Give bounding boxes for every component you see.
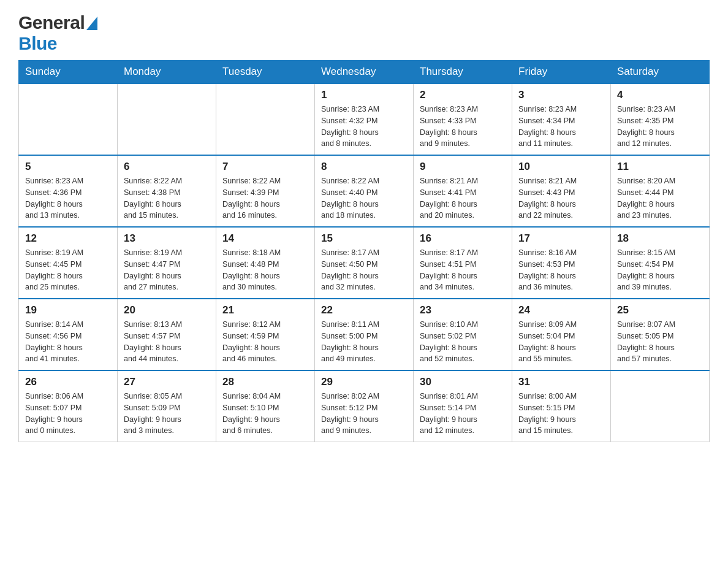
day-cell: 10Sunrise: 8:21 AMSunset: 4:43 PMDayligh… [512,155,611,227]
day-number: 23 [420,304,506,316]
day-cell: 11Sunrise: 8:20 AMSunset: 4:44 PMDayligh… [611,155,710,227]
col-thursday: Thursday [414,61,512,84]
day-number: 22 [321,304,407,316]
day-cell [216,83,315,155]
day-cell: 12Sunrise: 8:19 AMSunset: 4:45 PMDayligh… [19,227,118,299]
day-info: Sunrise: 8:19 AMSunset: 4:47 PMDaylight:… [124,247,210,293]
day-info: Sunrise: 8:23 AMSunset: 4:34 PMDaylight:… [518,104,604,150]
day-cell: 22Sunrise: 8:11 AMSunset: 5:00 PMDayligh… [315,299,414,370]
day-info: Sunrise: 8:00 AMSunset: 5:15 PMDaylight:… [518,391,604,437]
day-info: Sunrise: 8:04 AMSunset: 5:10 PMDaylight:… [222,391,308,437]
day-cell: 31Sunrise: 8:00 AMSunset: 5:15 PMDayligh… [512,370,611,442]
day-number: 2 [420,89,506,101]
day-number: 29 [321,376,407,388]
day-info: Sunrise: 8:01 AMSunset: 5:14 PMDaylight:… [420,391,506,437]
day-info: Sunrise: 8:16 AMSunset: 4:53 PMDaylight:… [518,247,604,293]
day-cell: 25Sunrise: 8:07 AMSunset: 5:05 PMDayligh… [611,299,710,370]
day-info: Sunrise: 8:22 AMSunset: 4:38 PMDaylight:… [124,175,210,221]
day-info: Sunrise: 8:20 AMSunset: 4:44 PMDaylight:… [617,175,703,221]
day-number: 25 [617,304,703,316]
logo: General Blue [18,12,97,54]
day-cell: 3Sunrise: 8:23 AMSunset: 4:34 PMDaylight… [512,83,611,155]
day-cell: 5Sunrise: 8:23 AMSunset: 4:36 PMDaylight… [19,155,118,227]
day-info: Sunrise: 8:17 AMSunset: 4:50 PMDaylight:… [321,247,407,293]
day-cell: 8Sunrise: 8:22 AMSunset: 4:40 PMDaylight… [315,155,414,227]
day-info: Sunrise: 8:05 AMSunset: 5:09 PMDaylight:… [124,391,210,437]
day-info: Sunrise: 8:23 AMSunset: 4:32 PMDaylight:… [321,104,407,150]
day-cell: 16Sunrise: 8:17 AMSunset: 4:51 PMDayligh… [414,227,512,299]
day-info: Sunrise: 8:12 AMSunset: 4:59 PMDaylight:… [222,319,308,365]
week-row-3: 12Sunrise: 8:19 AMSunset: 4:45 PMDayligh… [19,227,710,299]
page-header: General Blue [18,12,710,54]
calendar-table: Sunday Monday Tuesday Wednesday Thursday… [18,60,710,442]
day-number: 4 [617,89,703,101]
header-row: Sunday Monday Tuesday Wednesday Thursday… [19,61,710,84]
day-cell: 6Sunrise: 8:22 AMSunset: 4:38 PMDaylight… [118,155,216,227]
day-info: Sunrise: 8:23 AMSunset: 4:33 PMDaylight:… [420,104,506,150]
day-info: Sunrise: 8:18 AMSunset: 4:48 PMDaylight:… [222,247,308,293]
day-info: Sunrise: 8:11 AMSunset: 5:00 PMDaylight:… [321,319,407,365]
day-info: Sunrise: 8:22 AMSunset: 4:39 PMDaylight:… [222,175,308,221]
day-number: 12 [25,232,111,245]
day-info: Sunrise: 8:22 AMSunset: 4:40 PMDaylight:… [321,175,407,221]
day-number: 27 [124,376,210,388]
day-info: Sunrise: 8:07 AMSunset: 5:05 PMDaylight:… [617,319,703,365]
logo-triangle-icon [86,17,97,30]
day-info: Sunrise: 8:19 AMSunset: 4:45 PMDaylight:… [25,247,111,293]
day-number: 5 [25,161,111,173]
day-cell: 18Sunrise: 8:15 AMSunset: 4:54 PMDayligh… [611,227,710,299]
day-cell: 9Sunrise: 8:21 AMSunset: 4:41 PMDaylight… [414,155,512,227]
day-cell: 14Sunrise: 8:18 AMSunset: 4:48 PMDayligh… [216,227,315,299]
week-row-2: 5Sunrise: 8:23 AMSunset: 4:36 PMDaylight… [19,155,710,227]
day-info: Sunrise: 8:09 AMSunset: 5:04 PMDaylight:… [518,319,604,365]
day-number: 1 [321,89,407,101]
day-cell [19,83,118,155]
day-cell [611,370,710,442]
day-cell: 28Sunrise: 8:04 AMSunset: 5:10 PMDayligh… [216,370,315,442]
day-info: Sunrise: 8:10 AMSunset: 5:02 PMDaylight:… [420,319,506,365]
day-number: 3 [518,89,604,101]
day-cell: 7Sunrise: 8:22 AMSunset: 4:39 PMDaylight… [216,155,315,227]
day-number: 15 [321,232,407,245]
day-number: 18 [617,232,703,245]
day-number: 21 [222,304,308,316]
day-cell: 21Sunrise: 8:12 AMSunset: 4:59 PMDayligh… [216,299,315,370]
day-number: 30 [420,376,506,388]
day-number: 31 [518,376,604,388]
day-info: Sunrise: 8:17 AMSunset: 4:51 PMDaylight:… [420,247,506,293]
col-friday: Friday [512,61,611,84]
day-cell: 24Sunrise: 8:09 AMSunset: 5:04 PMDayligh… [512,299,611,370]
day-number: 8 [321,161,407,173]
day-number: 13 [124,232,210,245]
day-cell: 30Sunrise: 8:01 AMSunset: 5:14 PMDayligh… [414,370,512,442]
day-number: 9 [420,161,506,173]
day-info: Sunrise: 8:21 AMSunset: 4:43 PMDaylight:… [518,175,604,221]
day-info: Sunrise: 8:15 AMSunset: 4:54 PMDaylight:… [617,247,703,293]
day-cell: 4Sunrise: 8:23 AMSunset: 4:35 PMDaylight… [611,83,710,155]
day-cell: 26Sunrise: 8:06 AMSunset: 5:07 PMDayligh… [19,370,118,442]
day-cell: 1Sunrise: 8:23 AMSunset: 4:32 PMDaylight… [315,83,414,155]
day-info: Sunrise: 8:13 AMSunset: 4:57 PMDaylight:… [124,319,210,365]
day-info: Sunrise: 8:23 AMSunset: 4:35 PMDaylight:… [617,104,703,150]
day-number: 17 [518,232,604,245]
day-cell: 23Sunrise: 8:10 AMSunset: 5:02 PMDayligh… [414,299,512,370]
col-monday: Monday [118,61,216,84]
day-number: 10 [518,161,604,173]
week-row-1: 1Sunrise: 8:23 AMSunset: 4:32 PMDaylight… [19,83,710,155]
col-wednesday: Wednesday [315,61,414,84]
day-cell: 27Sunrise: 8:05 AMSunset: 5:09 PMDayligh… [118,370,216,442]
day-number: 11 [617,161,703,173]
day-cell: 13Sunrise: 8:19 AMSunset: 4:47 PMDayligh… [118,227,216,299]
svg-marker-0 [86,17,97,30]
week-row-5: 26Sunrise: 8:06 AMSunset: 5:07 PMDayligh… [19,370,710,442]
day-cell: 17Sunrise: 8:16 AMSunset: 4:53 PMDayligh… [512,227,611,299]
day-cell: 15Sunrise: 8:17 AMSunset: 4:50 PMDayligh… [315,227,414,299]
day-info: Sunrise: 8:14 AMSunset: 4:56 PMDaylight:… [25,319,111,365]
week-row-4: 19Sunrise: 8:14 AMSunset: 4:56 PMDayligh… [19,299,710,370]
day-info: Sunrise: 8:21 AMSunset: 4:41 PMDaylight:… [420,175,506,221]
logo-blue-text: Blue [18,33,57,53]
col-tuesday: Tuesday [216,61,315,84]
day-cell: 20Sunrise: 8:13 AMSunset: 4:57 PMDayligh… [118,299,216,370]
day-info: Sunrise: 8:02 AMSunset: 5:12 PMDaylight:… [321,391,407,437]
day-cell: 2Sunrise: 8:23 AMSunset: 4:33 PMDaylight… [414,83,512,155]
